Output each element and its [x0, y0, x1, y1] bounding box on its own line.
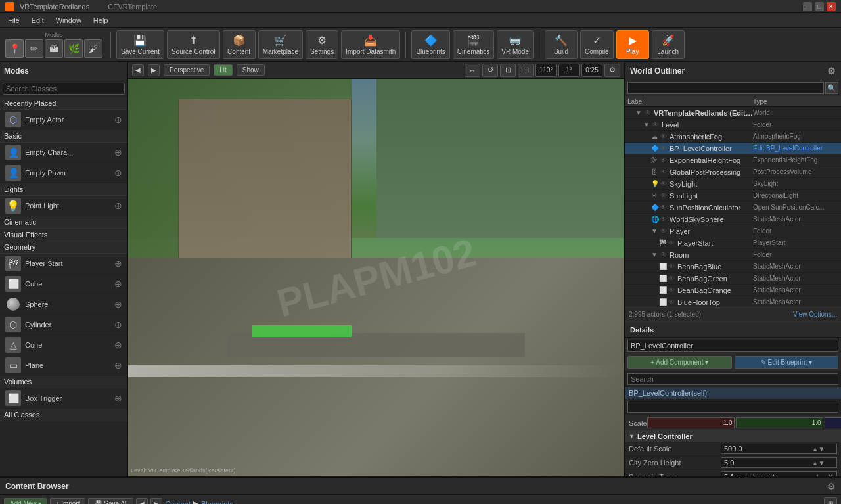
maximize-btn[interactable]: □ [815, 2, 824, 11]
outliner-item-skylight[interactable]: 💡👁SkyLightSkyLight [625, 178, 841, 190]
actor-item-cylinder[interactable]: ⬡ Cylinder ⊕ [0, 315, 127, 335]
paint-mode-btn[interactable]: ✏ [25, 39, 43, 58]
viewport[interactable]: PLAPM102 Level: VRTemplateRedlands(Persi… [128, 79, 624, 476]
scale-y-input[interactable] [736, 417, 823, 428]
all-classes-section-header[interactable]: All Classes [0, 409, 127, 421]
import-btn[interactable]: ↑ Import [50, 498, 85, 504]
save-all-btn[interactable]: 💾 Save All [88, 498, 133, 504]
outliner-item-room-folder[interactable]: ▼👁RoomFolder [625, 249, 841, 261]
content-btn[interactable]: 📦 Content [223, 30, 256, 59]
outliner-item-player-folder[interactable]: ▼👁PlayerFolder [625, 225, 841, 237]
menu-item-help[interactable]: Help [88, 15, 114, 26]
vp-time-input[interactable]: 0:25 [581, 64, 602, 77]
perspective-btn[interactable]: Perspective [164, 64, 210, 76]
outliner-item-sunpos[interactable]: 🔷👁SunPositionCalculatorOpen SunPositionC… [625, 202, 841, 214]
close-btn[interactable]: ✕ [827, 2, 836, 11]
cb-settings-icon[interactable]: ⚙ [827, 481, 836, 492]
viewport-nav-fwd[interactable]: ▶ [148, 64, 160, 76]
menu-item-edit[interactable]: Edit [26, 15, 49, 26]
outliner-item-playerstart[interactable]: 🏁👁PlayerStartPlayerStart [625, 237, 841, 249]
save-btn[interactable]: 💾 Save Current [116, 30, 164, 59]
basic-section-header[interactable]: Basic [0, 130, 127, 143]
minimize-btn[interactable]: ─ [803, 2, 812, 11]
compile-btn[interactable]: ✓ Compile [580, 30, 614, 59]
geometry-section-header[interactable]: Geometry [0, 241, 127, 254]
viewport-nav-back[interactable]: ◀ [132, 64, 144, 76]
cb-nav-next[interactable]: ▶ [150, 498, 162, 505]
scale-z-input[interactable] [825, 417, 841, 428]
visual-effects-section-header[interactable]: Visual Effects [0, 229, 127, 241]
breadcrumb-blueprints[interactable]: Blueprints [201, 500, 233, 505]
vp-translate-btn[interactable]: ↔ [465, 64, 480, 77]
outliner-item-postprocess[interactable]: 🎛👁GlobalPostProcessingPostProcessVolume [625, 166, 841, 178]
actor-item-sphere[interactable]: Sphere ⊕ [0, 294, 127, 315]
vp-extra-btn[interactable]: ⚙ [604, 64, 620, 77]
play-btn[interactable]: ▶ Play [616, 30, 649, 59]
vp-grid-btn[interactable]: ⊞ [518, 64, 534, 77]
details-name-input[interactable] [627, 340, 838, 352]
outliner-search-icon[interactable]: 🔍 [825, 82, 838, 94]
menu-item-file[interactable]: File [3, 15, 25, 26]
cb-view-toggle[interactable]: ⊞ [824, 497, 837, 505]
scenario-tags-clear-icon[interactable]: ✕ [827, 472, 834, 476]
lit-btn[interactable]: Lit [214, 64, 233, 76]
cinematic-section-header[interactable]: Cinematic [0, 216, 127, 229]
marketplace-btn[interactable]: 🛒 Marketplace [258, 30, 303, 59]
import-btn[interactable]: 📥 Import Datasmith [341, 30, 400, 59]
actor-item-player-start[interactable]: 🏁 Player Start ⊕ [0, 254, 127, 274]
show-btn[interactable]: Show [237, 64, 265, 76]
source-control-btn[interactable]: ⬆ Source Control [167, 30, 220, 59]
outliner-item-beanbag-blue[interactable]: ⬜👁BeanBagBlueStaticMeshActor [625, 261, 841, 273]
actor-item-empty-pawn[interactable]: 👤 Empty Pawn ⊕ [0, 163, 127, 183]
actor-item-box-trigger[interactable]: ⬜ Box Trigger ⊕ [0, 388, 127, 409]
cinematics-btn[interactable]: 🎬 Cinematics [453, 30, 494, 59]
outliner-item-bp-level[interactable]: 🔷👁BP_LevelControllerEdit BP_LevelControl… [625, 143, 841, 154]
mesh-paint-btn[interactable]: 🖌 [84, 39, 102, 58]
actor-item-empty-actor[interactable]: ⬡ Empty Actor ⊕ [0, 110, 127, 130]
scale-x-input[interactable] [647, 417, 735, 428]
city-zero-height-input[interactable] [724, 459, 812, 467]
add-new-btn[interactable]: Add New ▾ [4, 498, 47, 504]
place-mode-btn[interactable]: 📍 [5, 39, 24, 58]
outliner-item-bluefloor[interactable]: ⬜👁BlueFloorTopStaticMeshActor [625, 296, 841, 307]
outliner-settings-icon[interactable]: ⚙ [827, 66, 836, 76]
details-search-input[interactable] [627, 373, 838, 385]
default-scale-input[interactable] [724, 445, 812, 453]
recently-placed-header[interactable]: Recently Placed [0, 97, 127, 110]
outliner-item-sunlight[interactable]: ☀👁SunLightDirectionalLight [625, 190, 841, 202]
actor-item-plane[interactable]: ▭ Plane ⊕ [0, 355, 127, 376]
actor-item-point-light[interactable]: 💡 Point Light ⊕ [0, 196, 127, 216]
outliner-item-beanbag-orange[interactable]: ⬜👁BeanBagOrangeStaticMeshActor [625, 285, 841, 296]
cb-nav-prev[interactable]: ◀ [136, 498, 148, 505]
outliner-item-root[interactable]: ▼👁VRTemplateRedlands (Editor)World [625, 107, 841, 119]
outliner-item-beanbag-green[interactable]: ⬜👁BeanBagGreenStaticMeshActor [625, 273, 841, 285]
vp-rotate-btn[interactable]: ↺ [482, 64, 498, 77]
blueprints-btn[interactable]: 🔷 Blueprints [411, 30, 449, 59]
breadcrumb-content[interactable]: Content [165, 500, 191, 505]
scenario-tags-remove-icon[interactable]: − [821, 472, 826, 476]
outliner-search-input[interactable] [627, 82, 824, 94]
outliner-item-expfog[interactable]: 🌫👁ExponentialHeightFogExponentialHeightF… [625, 154, 841, 166]
vp-fov-input[interactable]: 110° [535, 64, 557, 77]
vr-mode-btn[interactable]: 🥽 VR Mode [497, 30, 534, 59]
edit-blueprint-btn[interactable]: ✎ Edit Blueprint ▾ [735, 356, 839, 369]
build-btn[interactable]: 🔨 Build [545, 30, 578, 59]
add-component-btn[interactable]: + Add Component ▾ [627, 356, 732, 369]
foliage-mode-btn[interactable]: 🌿 [64, 39, 83, 58]
default-scale-spin[interactable]: ▲▼ [812, 446, 825, 453]
lights-section-header[interactable]: Lights [0, 183, 127, 196]
city-zero-height-spin[interactable]: ▲▼ [812, 459, 825, 467]
volumes-section-header[interactable]: Volumes [0, 376, 127, 388]
details-search2-input[interactable] [627, 401, 838, 413]
outliner-item-level[interactable]: ▼👁LevelFolder [625, 119, 841, 131]
vp-scale-btn[interactable]: ⊡ [500, 64, 516, 77]
outliner-item-atmo[interactable]: ☁👁AtmosphericFogAtmosphericFog [625, 131, 841, 143]
launch-btn[interactable]: 🚀 Launch [652, 30, 685, 59]
details-self-item[interactable]: BP_LevelController(self) [625, 388, 841, 399]
settings-btn[interactable]: ⚙ Settings [306, 30, 338, 59]
scenario-tags-add-icon[interactable]: + [815, 472, 820, 476]
actor-item-cone[interactable]: △ Cone ⊕ [0, 335, 127, 355]
class-search-input[interactable] [3, 83, 125, 95]
landscape-mode-btn[interactable]: 🏔 [45, 39, 63, 58]
actor-item-empty-chara[interactable]: 👤 Empty Chara... ⊕ [0, 143, 127, 163]
